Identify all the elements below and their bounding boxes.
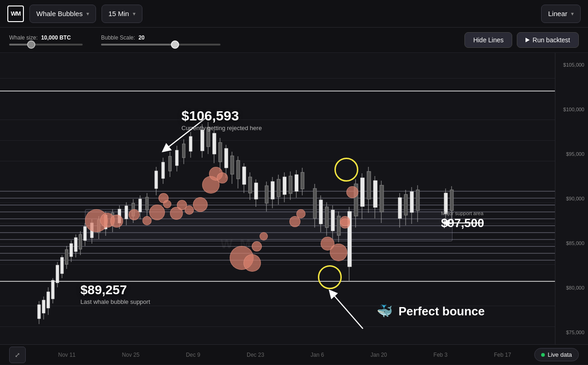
bottom-axis: ⤢ Nov 11 Nov 25 Dec 9 Dec 23 Jan 6 Jan 2… — [0, 344, 588, 365]
price-75000: $75,000 — [559, 330, 584, 335]
price-95000: $95,000 — [559, 151, 584, 157]
timeframe-label: 15 Min — [108, 10, 129, 17]
whale-size-label: Whale size: 10,000 BTC — [9, 34, 83, 41]
top-arrow-svg — [124, 108, 234, 163]
candlestick-chart: .candle-bull { fill: #e8e8e8; stroke: #e… — [0, 53, 555, 344]
indicator-chevron: ▾ — [86, 11, 89, 17]
scale-dropdown[interactable]: Linear ▾ — [541, 5, 581, 23]
expand-button[interactable]: ⤢ — [9, 347, 26, 363]
svg-rect-81 — [289, 176, 292, 194]
run-backtest-button[interactable]: Run backtest — [517, 32, 579, 48]
date-dec23: Dec 23 — [247, 352, 264, 358]
bubble-25 — [346, 186, 358, 198]
bubble-5 — [142, 216, 152, 225]
svg-rect-105 — [373, 181, 377, 207]
svg-rect-39 — [146, 197, 148, 210]
price-80000: $80,000 — [559, 285, 584, 291]
svg-rect-119 — [450, 190, 453, 211]
app-logo: WM — [7, 6, 24, 22]
bubble-23 — [330, 244, 347, 261]
bubble-4 — [129, 209, 140, 220]
svg-rect-117 — [444, 193, 447, 214]
svg-rect-109 — [398, 198, 401, 218]
play-icon — [526, 38, 530, 42]
bubble-26 — [340, 216, 350, 226]
timeframe-chevron: ▾ — [133, 11, 136, 17]
svg-rect-21 — [84, 227, 86, 240]
svg-rect-73 — [265, 186, 268, 203]
bubble-15 — [217, 172, 228, 183]
live-data-badge: Live data — [534, 348, 579, 361]
svg-rect-93 — [331, 210, 334, 231]
bubble-scale-label: Bubble Scale: 20 — [101, 34, 220, 41]
bubble-21 — [296, 209, 305, 218]
svg-rect-37 — [139, 199, 141, 212]
chart-area: W M .candle-bull { fill: #e8e8e8; stroke… — [0, 53, 588, 344]
bubble-scale-control: Bubble Scale: 20 — [101, 34, 220, 46]
date-dec9: Dec 9 — [186, 352, 200, 358]
bubble-scale-track[interactable] — [101, 44, 220, 46]
svg-rect-67 — [243, 167, 246, 184]
price-85000: $85,000 — [559, 240, 584, 246]
whale-size-control: Whale size: 10,000 BTC — [9, 34, 83, 46]
hide-lines-button[interactable]: Hide Lines — [464, 32, 512, 48]
date-nov11: Nov 11 — [58, 352, 76, 358]
svg-rect-71 — [254, 183, 258, 199]
date-jan6: Jan 6 — [311, 352, 324, 358]
bubble-12 — [193, 197, 208, 212]
bubble-6 — [149, 205, 165, 220]
svg-rect-75 — [271, 182, 274, 199]
timeframe-dropdown[interactable]: 15 Min ▾ — [102, 5, 142, 23]
bubble-19 — [260, 232, 268, 240]
price-90000: $90,000 — [559, 196, 584, 201]
svg-rect-33 — [125, 206, 128, 219]
svg-rect-7 — [51, 280, 54, 299]
bubble-17 — [243, 254, 261, 272]
svg-rect-19 — [79, 234, 82, 249]
bubble-3 — [110, 215, 123, 228]
svg-rect-101 — [361, 178, 364, 206]
price-axis: $105,000 $100,000 $95,000 $90,000 $85,00… — [555, 53, 588, 344]
svg-rect-83 — [295, 175, 298, 191]
yellow-circle-top — [334, 158, 358, 182]
svg-rect-79 — [283, 177, 286, 194]
whale-size-track[interactable] — [9, 44, 83, 46]
indicator-dropdown[interactable]: Whale Bubbles ▾ — [29, 5, 96, 23]
svg-rect-111 — [404, 194, 407, 215]
svg-rect-103 — [367, 171, 371, 199]
whale-size-slider[interactable] — [9, 44, 83, 46]
svg-rect-17 — [74, 238, 77, 251]
live-indicator-dot — [541, 353, 545, 357]
bubble-8 — [163, 200, 171, 208]
bounce-arrow-svg — [322, 283, 377, 333]
svg-rect-87 — [313, 188, 317, 218]
svg-rect-113 — [410, 192, 413, 212]
price-100000: $100,000 — [559, 107, 584, 112]
svg-rect-107 — [380, 185, 384, 212]
expand-icon: ⤢ — [15, 351, 20, 359]
svg-line-122 — [332, 293, 363, 329]
svg-rect-115 — [416, 190, 419, 211]
svg-rect-77 — [277, 179, 280, 197]
svg-line-120 — [165, 117, 207, 149]
date-jan20: Jan 20 — [370, 352, 387, 358]
svg-rect-65 — [237, 160, 240, 179]
svg-rect-15 — [70, 244, 73, 257]
svg-rect-1 — [38, 305, 40, 319]
svg-rect-91 — [325, 207, 328, 228]
bubble-11 — [185, 205, 194, 215]
svg-rect-13 — [65, 250, 68, 264]
bubble-18 — [252, 241, 262, 251]
indicator-label: Whale Bubbles — [36, 10, 83, 17]
date-feb17: Feb 17 — [494, 352, 511, 358]
svg-rect-9 — [56, 265, 59, 283]
svg-rect-5 — [47, 292, 50, 308]
svg-rect-11 — [61, 257, 63, 274]
svg-rect-85 — [301, 172, 304, 189]
date-labels: Nov 11 Nov 25 Dec 9 Dec 23 Jan 6 Jan 20 … — [35, 352, 534, 358]
svg-rect-43 — [162, 162, 164, 178]
svg-rect-69 — [249, 177, 252, 193]
action-buttons: Hide Lines Run backtest — [464, 32, 579, 48]
controls-bar: Whale size: 10,000 BTC Bubble Scale: 20 … — [0, 28, 588, 53]
bubble-scale-slider[interactable] — [101, 44, 220, 46]
